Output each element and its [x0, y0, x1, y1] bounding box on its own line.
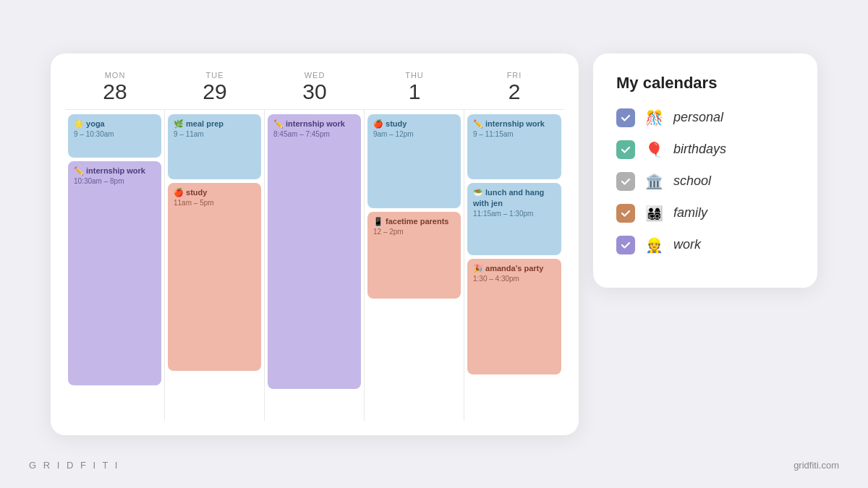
event-time: 9 – 11:15am — [473, 129, 556, 140]
cal-emoji-family: 👨‍👩‍👧‍👦 — [645, 205, 663, 222]
event-time: 9 – 11am — [174, 129, 255, 140]
event-time: 9 – 10:30am — [74, 129, 156, 140]
cal-checkbox-personal[interactable] — [616, 108, 635, 127]
day-name: MON — [65, 71, 165, 80]
calendars-title: My calendars — [616, 74, 794, 93]
calendar-card: MON 28 TUE 29 WED 30 THU 1 FRI 2 🌟 yoga … — [51, 53, 579, 435]
cal-item-school[interactable]: 🏛️ school — [616, 172, 794, 191]
event-title: 🍎 study — [373, 119, 455, 129]
event-yoga[interactable]: 🌟 yoga 9 – 10:30am — [68, 114, 161, 158]
cal-checkbox-school[interactable] — [616, 172, 635, 191]
day-num: 28 — [65, 80, 165, 103]
event-time: 11:15am – 1:30pm — [473, 209, 556, 219]
event-time: 12 – 2pm — [373, 227, 455, 237]
event-facetime-parents[interactable]: 📱 facetime parents 12 – 2pm — [367, 212, 461, 299]
day-name: TUE — [165, 71, 265, 80]
cal-list: 🎊 personal 🎈 birthdays 🏛️ school 👨‍👩‍👧‍👦… — [616, 108, 794, 254]
branding-left: G R I D F I T I — [29, 460, 119, 471]
cal-checkbox-family[interactable] — [616, 204, 635, 223]
day-name: WED — [265, 71, 365, 80]
day-name: FRI — [464, 71, 564, 80]
day-col-mon: 🌟 yoga 9 – 10:30am ✏️ internship work 10… — [65, 110, 165, 421]
day-num: 1 — [365, 80, 464, 103]
event-title: ✏️ internship work — [273, 119, 355, 129]
day-col-wed: ✏️ internship work 8:45am – 7:45pm — [265, 110, 365, 421]
event-title: ✏️ internship work — [74, 166, 156, 176]
event-title: 🥗 lunch and hang with jen — [473, 187, 556, 210]
cal-label-work: work — [673, 237, 701, 252]
event-title: 🌟 yoga — [74, 119, 156, 129]
cal-emoji-personal: 🎊 — [645, 109, 663, 127]
day-col-thu: 🍎 study 9am – 12pm 📱 facetime parents 12… — [365, 110, 464, 421]
cal-checkbox-work[interactable] — [616, 236, 635, 254]
event-title: 🌿 meal prep — [174, 119, 255, 129]
cal-checkbox-birthdays[interactable] — [616, 140, 635, 159]
day-header-2: FRI 2 — [464, 71, 564, 103]
day-col-tue: 🌿 meal prep 9 – 11am 🍎 study 11am – 5pm — [165, 110, 265, 421]
cal-item-personal[interactable]: 🎊 personal — [616, 108, 794, 127]
day-col-fri: ✏️ internship work 9 – 11:15am 🥗 lunch a… — [464, 110, 564, 421]
calendar-grid: 🌟 yoga 9 – 10:30am ✏️ internship work 10… — [65, 109, 564, 421]
day-header-29: TUE 29 — [165, 71, 265, 103]
event-title: 🎉 amanda's party — [473, 263, 556, 274]
day-num: 2 — [464, 80, 564, 103]
day-num: 29 — [165, 80, 265, 103]
cal-item-work[interactable]: 👷 work — [616, 236, 794, 254]
event-meal-prep[interactable]: 🌿 meal prep 9 – 11am — [168, 114, 261, 179]
event-internship-work-wed[interactable]: ✏️ internship work 8:45am – 7:45pm — [268, 114, 361, 389]
event-study-thu[interactable]: 🍎 study 9am – 12pm — [367, 114, 461, 208]
cal-item-birthdays[interactable]: 🎈 birthdays — [616, 140, 794, 159]
event-time: 10:30am – 8pm — [74, 176, 156, 187]
cal-emoji-birthdays: 🎈 — [645, 141, 663, 158]
calendars-card: My calendars 🎊 personal 🎈 birthdays 🏛️ s… — [593, 53, 817, 288]
day-header-1: THU 1 — [365, 71, 464, 103]
day-header-28: MON 28 — [65, 71, 165, 103]
event-time: 9am – 12pm — [373, 129, 455, 140]
event-internship-work-fri[interactable]: ✏️ internship work 9 – 11:15am — [467, 114, 561, 179]
event-time: 11am – 5pm — [174, 198, 255, 208]
event-internship-work-mon[interactable]: ✏️ internship work 10:30am – 8pm — [68, 161, 161, 385]
event-amandas-party[interactable]: 🎉 amanda's party 1:30 – 4:30pm — [467, 259, 561, 374]
day-name: THU — [365, 71, 464, 80]
event-lunch-hang-jen[interactable]: 🥗 lunch and hang with jen 11:15am – 1:30… — [467, 183, 561, 255]
cal-label-school: school — [673, 174, 711, 189]
cal-emoji-work: 👷 — [645, 236, 663, 254]
cal-label-family: family — [673, 205, 707, 221]
cal-item-family[interactable]: 👨‍👩‍👧‍👦 family — [616, 204, 794, 223]
main-container: MON 28 TUE 29 WED 30 THU 1 FRI 2 🌟 yoga … — [51, 53, 817, 435]
event-title: ✏️ internship work — [473, 119, 556, 129]
day-header-30: WED 30 — [265, 71, 365, 103]
cal-emoji-school: 🏛️ — [645, 173, 663, 190]
calendar-header: MON 28 TUE 29 WED 30 THU 1 FRI 2 — [65, 71, 564, 103]
day-num: 30 — [265, 80, 365, 103]
event-study-tue[interactable]: 🍎 study 11am – 5pm — [168, 183, 261, 371]
event-title: 🍎 study — [174, 187, 255, 198]
branding-right: gridfiti.com — [793, 460, 839, 471]
event-title: 📱 facetime parents — [373, 216, 455, 227]
event-time: 8:45am – 7:45pm — [273, 129, 355, 140]
cal-label-birthdays: birthdays — [673, 142, 726, 157]
event-time: 1:30 – 4:30pm — [473, 274, 556, 284]
cal-label-personal: personal — [673, 110, 723, 125]
